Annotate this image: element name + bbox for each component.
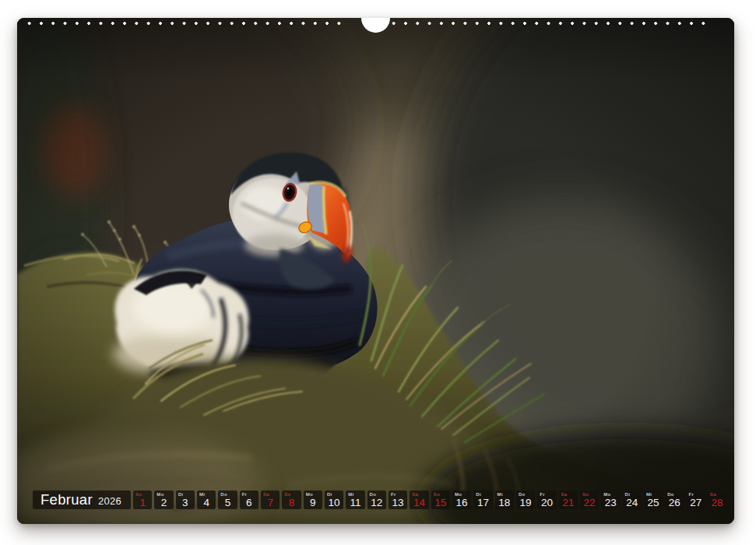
day-cell: Fr 6	[240, 490, 258, 509]
day-cell: Di 3	[176, 490, 195, 509]
day-cell: Fr 27	[687, 490, 705, 509]
day-number: 23	[601, 497, 620, 508]
day-cell: Di 10	[325, 490, 343, 509]
day-cell: Fr 20	[537, 490, 556, 509]
day-number: 24	[623, 497, 642, 508]
day-number: 17	[473, 497, 492, 508]
day-number: 2	[154, 497, 173, 508]
day-cell: Sa 28	[708, 490, 726, 509]
day-cell: Mo 9	[304, 490, 322, 509]
day-number: 28	[708, 497, 726, 508]
year-label: 2026	[98, 495, 121, 507]
calendar-product-shot: Februar 2026 So 1 Mo 2 Di	[0, 0, 756, 545]
binding-holes-left	[23, 20, 346, 26]
day-number: 14	[410, 497, 428, 508]
day-cell: Do 26	[665, 490, 684, 509]
day-cell: Sa 21	[559, 490, 578, 509]
day-number: 16	[452, 497, 471, 508]
day-cell: Mo 2	[154, 490, 173, 509]
day-cell: So 15	[431, 490, 450, 509]
day-number: 7	[261, 497, 280, 508]
day-number: 22	[580, 497, 599, 508]
day-cell: Mi 4	[197, 490, 216, 509]
day-cells: So 1 Mo 2 Di 3 Mi 4	[133, 490, 726, 509]
day-number: 8	[282, 497, 301, 508]
puffin-photo	[17, 18, 734, 524]
day-cell: Do 19	[516, 490, 535, 509]
date-strip: Februar 2026 So 1 Mo 2 Di	[33, 490, 726, 509]
day-cell: Mi 18	[495, 490, 514, 509]
day-number: 25	[644, 497, 663, 508]
day-number: 20	[537, 497, 556, 508]
day-number: 10	[325, 497, 343, 508]
calendar-page: Februar 2026 So 1 Mo 2 Di	[17, 18, 734, 524]
day-cell: Mi 11	[346, 490, 364, 509]
day-number: 1	[133, 497, 152, 508]
day-number: 3	[176, 497, 195, 508]
day-cell: Mi 25	[644, 490, 663, 509]
day-number: 6	[240, 497, 258, 508]
day-cell: Mo 23	[601, 490, 620, 509]
day-cell: Mo 16	[452, 490, 471, 509]
day-cell: Do 5	[218, 490, 237, 509]
day-number: 26	[665, 497, 684, 508]
day-number: 19	[516, 497, 535, 508]
day-number: 5	[218, 497, 237, 508]
day-cell: Di 24	[623, 490, 642, 509]
day-cell: Do 12	[367, 490, 386, 509]
day-number: 27	[687, 497, 705, 508]
day-cell: So 22	[580, 490, 599, 509]
day-number: 4	[197, 497, 216, 508]
day-cell: Fr 13	[389, 490, 407, 509]
day-cell: Sa 14	[410, 490, 428, 509]
day-cell: So 8	[282, 490, 301, 509]
month-label-box: Februar 2026	[33, 490, 131, 509]
month-name: Februar	[40, 490, 93, 509]
day-number: 9	[304, 497, 322, 508]
day-cell: So 1	[133, 490, 152, 509]
day-cell: Sa 7	[261, 490, 280, 509]
day-number: 15	[431, 497, 450, 508]
day-number: 12	[367, 497, 386, 508]
day-number: 11	[346, 497, 364, 508]
day-number: 13	[389, 497, 407, 508]
day-cell: Di 17	[473, 490, 492, 509]
day-number: 21	[559, 497, 578, 508]
day-number: 18	[495, 497, 514, 508]
binding-holes-right	[388, 20, 713, 26]
